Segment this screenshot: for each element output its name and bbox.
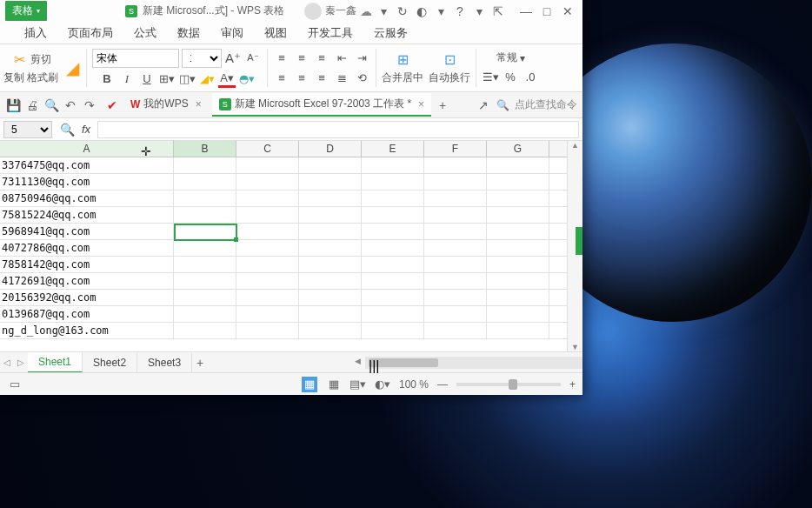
cell[interactable] [299,157,362,173]
menu-dev-tools[interactable]: 开发工具 [308,25,353,41]
help-dropdown[interactable]: ▾ [471,3,487,19]
qat-print-icon[interactable]: 🖨 [24,97,40,113]
cut-icon[interactable]: ✂ [10,50,28,68]
cell[interactable] [424,323,487,338]
zoom-value[interactable]: 100 % [399,378,429,391]
cell[interactable] [362,157,424,173]
formula-input[interactable] [97,121,579,138]
italic-button[interactable]: I [118,70,136,88]
copy-label[interactable]: 复制 [3,70,24,85]
cell[interactable] [487,323,549,338]
wrap-label[interactable]: 自动换行 [429,70,470,85]
cell[interactable] [299,224,362,239]
sheet-tab-1[interactable]: Sheet1 [28,352,83,373]
cell[interactable] [174,157,236,173]
wps-logo-icon[interactable]: ✔ [104,97,120,113]
qat-undo-icon[interactable]: ↶ [63,97,78,113]
cell[interactable] [236,190,299,206]
menu-page-layout[interactable]: 页面布局 [68,25,113,41]
maximize-button[interactable]: □ [537,3,556,20]
cell[interactable] [174,190,236,206]
merge-label[interactable]: 合并居中 [382,70,423,85]
bold-button[interactable]: B [98,70,116,88]
cell[interactable] [362,306,424,322]
menu-cloud[interactable]: 云服务 [374,25,408,41]
minimize-button[interactable]: — [516,3,536,20]
add-sheet-button[interactable]: + [192,355,208,371]
number-format-label[interactable]: 常规 [496,50,517,65]
cell[interactable]: 7311130@qq.com [0,174,174,190]
cell[interactable]: 3376475@qq.com [0,157,174,173]
cell[interactable] [362,273,424,289]
zoom-slider[interactable] [456,383,561,386]
cell[interactable] [424,273,487,289]
cell[interactable] [236,224,299,239]
cell[interactable] [236,207,299,223]
spreadsheet-grid[interactable]: A B C D E F G 3376475@qq.com7311130@qq.c… [0,141,567,351]
close-button[interactable]: ✕ [558,3,577,20]
cell[interactable] [299,257,362,272]
cell[interactable] [362,240,424,256]
qat-save-icon[interactable]: 💾 [5,97,21,113]
cell[interactable]: 7858142@qq.com [0,257,174,272]
cell[interactable] [487,207,549,223]
col-header-a[interactable]: A [0,141,174,157]
side-panel-handle[interactable] [576,227,582,255]
user-avatar[interactable] [304,3,322,20]
cell[interactable] [487,240,549,256]
app-menu-button[interactable]: 表格 ▾ [5,1,47,21]
cell[interactable] [362,257,424,272]
zoom-out-button[interactable]: — [437,378,448,391]
align-right-icon[interactable]: ≡ [313,70,330,87]
cell[interactable] [174,273,236,289]
cut-label[interactable]: 剪切 [30,52,51,67]
shrink-font-icon[interactable]: A⁻ [244,50,262,67]
horizontal-scrollbar[interactable]: ◀ ||| ▶ [365,357,582,369]
cell[interactable] [299,306,362,322]
cell[interactable] [362,174,424,190]
cell[interactable] [487,306,549,322]
cell[interactable] [299,207,362,223]
cell[interactable] [236,157,299,173]
menu-data[interactable]: 数据 [177,25,200,41]
align-middle-icon[interactable]: ≡ [293,50,310,67]
menu-view[interactable]: 视图 [264,25,287,41]
cell-style-button[interactable]: ◫▾ [178,70,196,88]
help-icon[interactable]: ? [452,3,468,19]
currency-icon[interactable]: ☰▾ [482,68,499,85]
view-normal-icon[interactable]: ▦ [302,377,317,392]
wrap-icon[interactable]: ⊡ [441,50,458,68]
cell[interactable] [424,174,487,190]
cell[interactable] [487,174,549,190]
new-tab-button[interactable]: + [435,97,450,113]
decimal-icon[interactable]: .0 [522,68,539,85]
col-header-g[interactable]: G [487,141,549,157]
cell[interactable]: 5968941@qq.com [0,224,174,239]
underline-button[interactable]: U [138,70,156,88]
cell[interactable] [299,174,362,190]
cell[interactable] [236,240,299,256]
cell[interactable] [424,240,487,256]
border-button[interactable]: ⊞▾ [158,70,176,88]
cell[interactable] [236,323,299,338]
sheet-tab-2[interactable]: Sheet2 [83,353,137,372]
refresh-icon[interactable]: ↻ [395,3,410,19]
format-painter-label[interactable]: 格式刷 [27,70,58,85]
sheet-tab-3[interactable]: Sheet3 [137,353,192,372]
orientation-icon[interactable]: ⟲ [353,70,370,87]
align-bottom-icon[interactable]: ≡ [313,50,330,67]
number-format-dropdown[interactable]: ▾ [520,52,525,64]
cell[interactable] [299,240,362,256]
qat-preview-icon[interactable]: 🔍 [43,97,59,113]
format-painter-icon[interactable]: ◢ [63,59,81,77]
cell[interactable]: 4072786@qq.com [0,240,174,256]
cell[interactable] [299,273,362,289]
cell[interactable]: 20156392@qq.com [0,290,174,305]
cell[interactable] [174,323,236,338]
menu-review[interactable]: 审阅 [221,25,243,41]
view-page-icon[interactable]: ▦ [326,377,342,392]
pin-icon[interactable]: ⇱ [490,3,506,19]
cloud-icon[interactable]: ☁ [360,4,372,18]
cell[interactable] [424,190,487,206]
cell[interactable] [174,290,236,305]
